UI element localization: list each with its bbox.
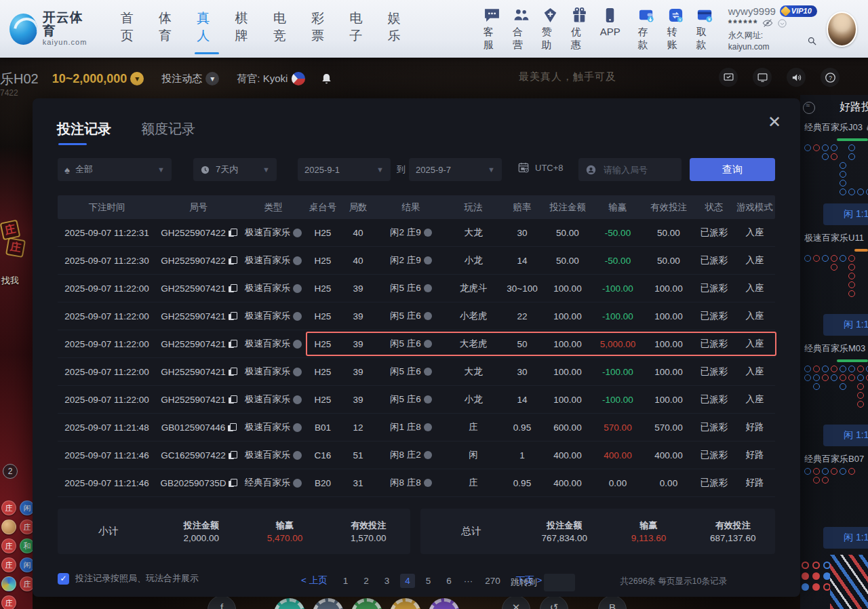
copy-icon[interactable] [228, 423, 235, 432]
chevron-down-icon[interactable]: ▾ [130, 72, 144, 85]
nav-item[interactable]: 真人 [197, 9, 216, 49]
prev-page-button[interactable]: < 上页 [296, 572, 332, 589]
find-me-label[interactable]: 找我 [1, 275, 19, 287]
result-detail-icon[interactable] [424, 312, 432, 320]
nav-item[interactable]: 电竞 [273, 9, 293, 49]
navbar-link-people[interactable]: 合营 [513, 7, 530, 52]
undo-button[interactable]: ↺ [540, 595, 568, 609]
chip-200[interactable]: 200 [351, 598, 382, 609]
copy-icon[interactable] [229, 479, 236, 488]
refresh-balance-icon[interactable] [777, 18, 787, 28]
table-row[interactable]: 2025-09-07 11:22:31GH2525907422极速百家乐H254… [58, 219, 775, 247]
page-3[interactable]: 3 [380, 574, 395, 588]
road-bet-button[interactable]: 闲 1:1 [823, 425, 868, 446]
table-row[interactable]: 2025-09-07 11:22:00GH2525907421极速百家乐H253… [58, 386, 775, 414]
table-row[interactable]: 2025-09-07 11:22:00GH2525907421极速百家乐H253… [58, 330, 775, 358]
round-search-input[interactable] [602, 164, 677, 176]
navbar-link-transfer[interactable]: ¥转账 [667, 7, 684, 52]
info-icon[interactable] [293, 395, 302, 404]
table-row[interactable]: 2025-09-07 11:21:46GB202590735D经典百家乐B203… [58, 469, 775, 497]
chip-50[interactable]: 50 [274, 598, 305, 609]
road-bet-button[interactable]: 闲 1:1 [823, 527, 868, 549]
chip-1000[interactable]: 1000 [429, 598, 460, 609]
eye-off-icon[interactable] [762, 18, 773, 28]
navbar-link-phone[interactable]: APP [600, 7, 620, 52]
info-icon[interactable] [293, 229, 302, 237]
bet-trend-label[interactable]: 投注动态 [161, 73, 202, 85]
info-icon[interactable] [293, 368, 302, 376]
result-detail-icon[interactable] [424, 256, 432, 264]
social-button[interactable]: f [208, 595, 236, 609]
nav-item[interactable]: 娱乐 [388, 9, 408, 49]
good-road-card[interactable]: 经典百家乐B07闲 1:1 [804, 453, 868, 549]
copy-icon[interactable] [229, 284, 236, 293]
result-detail-icon[interactable] [424, 229, 432, 237]
page-4[interactable]: 4 [400, 574, 415, 588]
speaker-icon[interactable] [787, 68, 806, 87]
info-icon[interactable] [293, 284, 302, 293]
page-270[interactable]: 270 [480, 574, 505, 588]
copy-icon[interactable] [229, 256, 236, 265]
result-detail-icon[interactable] [424, 423, 432, 431]
page-1[interactable]: 1 [338, 574, 353, 588]
result-detail-icon[interactable] [424, 340, 432, 348]
table-row[interactable]: 2025-09-07 11:22:00GH2525907421极速百家乐H253… [58, 275, 775, 302]
cancel-bet-button[interactable]: ✕ [502, 595, 530, 609]
result-detail-icon[interactable] [424, 284, 432, 292]
copy-icon[interactable] [229, 229, 236, 237]
result-detail-icon[interactable] [424, 395, 432, 404]
nav-item[interactable]: 电子 [349, 9, 369, 49]
screen-check-icon[interactable] [719, 68, 738, 87]
chip-500[interactable]: 500 [390, 598, 421, 609]
table-row[interactable]: 2025-09-07 11:22:30GH2525907422极速百家乐H254… [58, 247, 775, 275]
date-from-select[interactable]: 2025-9-1 ▼ [298, 158, 391, 181]
nav-item[interactable]: 彩票 [311, 9, 331, 49]
info-icon[interactable] [293, 312, 302, 321]
date-to-select[interactable]: 2025-9-7 ▼ [409, 158, 502, 181]
good-road-card[interactable]: 经典百家乐J03闲 1:1 [804, 121, 868, 225]
date-range-select[interactable]: 7天内 ▼ [193, 158, 277, 181]
info-icon[interactable] [293, 256, 302, 265]
table-row[interactable]: 2025-09-07 11:22:00GH2525907421极速百家乐H253… [58, 302, 775, 330]
nav-item[interactable]: 棋牌 [235, 9, 254, 49]
merge-checkbox[interactable]: ✓ [58, 573, 69, 585]
page-5[interactable]: 5 [421, 574, 436, 588]
nav-item[interactable]: 体育 [159, 9, 178, 49]
tab-active[interactable]: 投注记录 [57, 120, 111, 145]
copy-icon[interactable] [229, 368, 236, 376]
navbar-link-diamond[interactable]: 赞助 [542, 7, 559, 52]
info-icon[interactable] [293, 423, 302, 432]
nav-item[interactable]: 首页 [121, 9, 140, 49]
bet-limits[interactable]: 10~2,000,000 [52, 72, 127, 86]
table-row[interactable]: 2025-09-07 11:21:48GB0125907446极速百家乐B011… [58, 414, 775, 441]
chevron-down-icon[interactable]: ▾ [205, 72, 219, 85]
info-icon[interactable] [293, 479, 302, 488]
copy-icon[interactable] [229, 340, 236, 349]
jump-page-input[interactable] [544, 574, 575, 591]
help-icon[interactable]: ? [821, 68, 840, 87]
brand-chip-button[interactable]: B [598, 595, 627, 609]
good-road-card[interactable]: 经典百家乐M03闲 1:1 [804, 342, 868, 446]
road-bet-button[interactable]: 闲 1:1 [823, 203, 868, 225]
navbar-link-wallet[interactable]: 存款 [638, 7, 655, 52]
info-icon[interactable] [293, 340, 302, 349]
good-road-card[interactable]: 极速百家乐U11闲 1:1 [804, 232, 868, 336]
tab-inactive[interactable]: 额度记录 [141, 120, 195, 145]
navbar-link-gift[interactable]: 优惠 [571, 7, 588, 52]
site-logo[interactable]: 开云体育 kaiyun.com [9, 11, 91, 47]
close-icon[interactable]: ✕ [768, 115, 781, 130]
result-detail-icon[interactable] [424, 451, 432, 459]
game-type-select[interactable]: ♠ 全部 ▼ [58, 158, 172, 181]
copy-icon[interactable] [229, 312, 236, 321]
result-detail-icon[interactable] [424, 368, 432, 376]
page-2[interactable]: 2 [359, 574, 374, 588]
table-row[interactable]: 2025-09-07 11:21:46GC1625907422极速百家乐C165… [58, 441, 775, 469]
navbar-link-chat[interactable]: 客服 [484, 7, 500, 52]
copy-icon[interactable] [229, 451, 236, 460]
search-icon[interactable] [807, 36, 817, 46]
page-6[interactable]: 6 [441, 574, 456, 588]
info-icon[interactable] [293, 451, 302, 460]
copy-icon[interactable] [229, 395, 236, 404]
navbar-link-card[interactable]: ¥取款 [696, 7, 713, 52]
bell-icon[interactable] [320, 73, 333, 85]
